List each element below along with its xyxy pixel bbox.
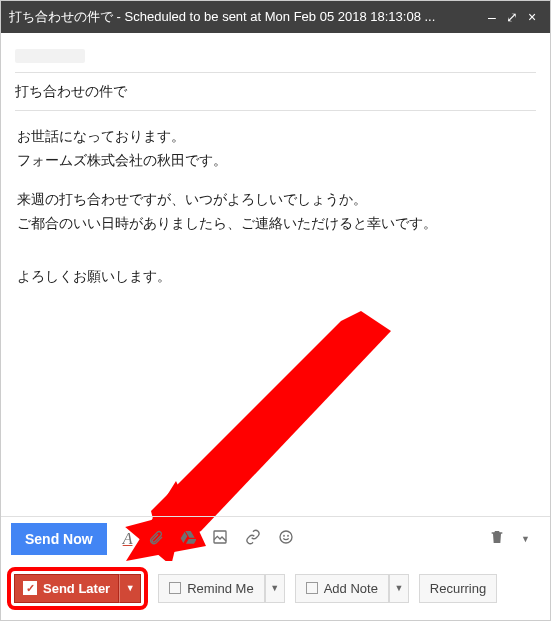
trash-icon[interactable] bbox=[489, 529, 505, 549]
add-note-button[interactable]: Add Note bbox=[295, 574, 389, 603]
subject-field[interactable]: 打ち合わせの件で bbox=[15, 73, 536, 111]
send-later-dropdown[interactable]: ▼ bbox=[119, 574, 141, 603]
remind-me-button[interactable]: Remind Me bbox=[158, 574, 264, 603]
message-body[interactable]: お世話になっております。 フォームズ株式会社の秋田です。 来週の打ち合わせですが… bbox=[1, 111, 550, 511]
link-icon[interactable] bbox=[244, 529, 262, 549]
photo-icon[interactable] bbox=[212, 529, 228, 549]
send-later-button[interactable]: ✓ Send Later bbox=[14, 574, 119, 603]
send-now-button[interactable]: Send Now bbox=[11, 523, 107, 555]
svg-point-8 bbox=[288, 535, 289, 536]
checkbox-icon bbox=[306, 582, 318, 594]
recurring-button[interactable]: Recurring bbox=[419, 574, 497, 603]
to-field[interactable] bbox=[15, 33, 536, 73]
checkmark-icon: ✓ bbox=[23, 581, 37, 595]
drive-icon[interactable] bbox=[180, 529, 196, 549]
more-options-icon[interactable]: ▼ bbox=[521, 534, 530, 544]
remind-me-label: Remind Me bbox=[187, 581, 253, 596]
recipient-chip bbox=[15, 49, 85, 63]
attach-icon[interactable] bbox=[148, 529, 164, 549]
add-note-label: Add Note bbox=[324, 581, 378, 596]
emoji-icon[interactable] bbox=[278, 529, 294, 549]
add-note-dropdown[interactable]: ▼ bbox=[389, 574, 409, 603]
formatting-icon[interactable]: A bbox=[123, 530, 133, 548]
body-line: よろしくお願いします。 bbox=[17, 265, 534, 287]
body-line: お世話になっております。 bbox=[17, 125, 534, 147]
remind-me-dropdown[interactable]: ▼ bbox=[265, 574, 285, 603]
recurring-label: Recurring bbox=[430, 581, 486, 596]
svg-point-6 bbox=[280, 531, 292, 543]
window-titlebar: 打ち合わせの件で - Scheduled to be sent at Mon F… bbox=[1, 1, 550, 33]
body-line: 来週の打ち合わせですが、いつがよろしいでしょうか。 bbox=[17, 188, 534, 210]
window-title: 打ち合わせの件で - Scheduled to be sent at Mon F… bbox=[9, 8, 482, 26]
minimize-icon[interactable]: – bbox=[482, 9, 502, 25]
subject-text: 打ち合わせの件で bbox=[15, 83, 127, 101]
svg-point-7 bbox=[284, 535, 285, 536]
compose-toolbar: Send Now A ▼ bbox=[1, 516, 550, 560]
expand-icon[interactable]: ⤢ bbox=[502, 9, 522, 25]
extension-toolbar: ✓ Send Later ▼ Remind Me ▼ Add Note ▼ Re… bbox=[1, 566, 550, 610]
body-line: フォームズ株式会社の秋田です。 bbox=[17, 149, 534, 171]
checkbox-icon bbox=[169, 582, 181, 594]
send-later-highlight: ✓ Send Later ▼ bbox=[7, 567, 148, 610]
body-line: ご都合のいい日時がありましたら、ご連絡いただけると幸いです。 bbox=[17, 212, 534, 234]
send-later-label: Send Later bbox=[43, 581, 110, 596]
close-icon[interactable]: × bbox=[522, 9, 542, 25]
